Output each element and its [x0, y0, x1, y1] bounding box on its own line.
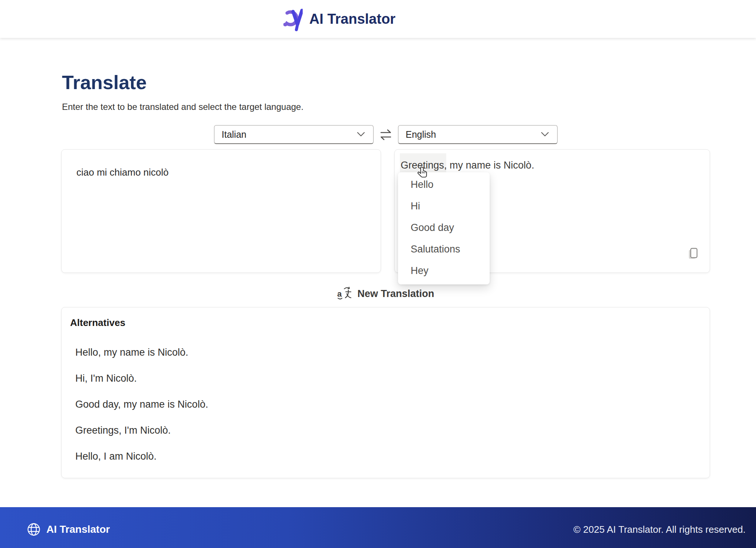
- new-translation-label: New Translation: [357, 288, 434, 300]
- alternative-item[interactable]: Greetings, I'm Nicolò.: [75, 424, 699, 437]
- alternative-item[interactable]: Good day, my name is Nicolò.: [75, 398, 699, 411]
- chevron-down-icon: [541, 132, 549, 137]
- app-header: AI Translator: [0, 0, 756, 38]
- alternative-item[interactable]: Hi, I'm Nicolò.: [75, 372, 699, 385]
- highlighted-word[interactable]: Greetings: [400, 153, 446, 173]
- brand-title: AI Translator: [309, 11, 395, 27]
- source-language-value: Italian: [222, 129, 247, 140]
- swap-languages-icon: [378, 128, 393, 141]
- copy-button[interactable]: [687, 247, 701, 261]
- source-language-select[interactable]: Italian: [214, 125, 374, 144]
- copy-icon: [687, 247, 701, 261]
- alternatives-card: Alternatives Hello, my name is Nicolò. H…: [61, 307, 710, 478]
- result-panel: Greetings, my name is Nicolò. Hello Hi G…: [394, 149, 710, 273]
- source-text-input[interactable]: ciao mi chiamo nicolò: [76, 166, 366, 256]
- source-panel: ciao mi chiamo nicolò: [61, 149, 381, 273]
- translation-rest-text: , my name is Nicolò.: [444, 160, 534, 171]
- alternative-item[interactable]: Hello, my name is Nicolò.: [75, 346, 699, 359]
- brand-logo-icon: [283, 7, 303, 31]
- footer-brand-title: AI Translator: [46, 523, 110, 535]
- target-language-value: English: [406, 129, 436, 140]
- translation-result: Greetings, my name is Nicolò.: [401, 159, 704, 172]
- page-subtitle: Enter the text to be translated and sele…: [62, 101, 710, 112]
- alternative-item[interactable]: Hello, I am Nicolò.: [75, 450, 699, 463]
- footer-brand: AI Translator: [27, 522, 110, 536]
- new-translation-button[interactable]: a New Translation: [337, 287, 434, 301]
- new-translation-row: a New Translation: [61, 283, 710, 304]
- page-title: Translate: [62, 71, 710, 95]
- word-alternatives-popup: Hello Hi Good day Salutations Hey: [398, 172, 490, 284]
- footer-copyright: © 2025 AI Translator. All rights reserve…: [573, 524, 746, 535]
- word-alternative-item[interactable]: Hey: [398, 260, 490, 281]
- swap-languages-button[interactable]: [374, 128, 398, 141]
- translate-icon: a: [337, 287, 352, 301]
- translation-panels: ciao mi chiamo nicolò Greetings, my name…: [61, 149, 710, 273]
- app-footer: AI Translator © 2025 AI Translator. All …: [0, 507, 756, 548]
- globe-icon: [27, 522, 41, 536]
- word-alternative-item[interactable]: Good day: [398, 217, 490, 238]
- brand: AI Translator: [283, 7, 395, 31]
- chevron-down-icon: [357, 132, 365, 137]
- word-alternative-item[interactable]: Hello: [398, 174, 490, 195]
- target-language-select[interactable]: English: [398, 125, 558, 144]
- svg-text:a: a: [337, 289, 342, 299]
- alternatives-title: Alternatives: [70, 317, 699, 329]
- language-bar: Italian English: [61, 125, 710, 144]
- translate-page: Translate Enter the text to be translate…: [0, 38, 756, 507]
- word-alternative-item[interactable]: Salutations: [398, 238, 490, 260]
- word-alternative-item[interactable]: Hi: [398, 195, 490, 217]
